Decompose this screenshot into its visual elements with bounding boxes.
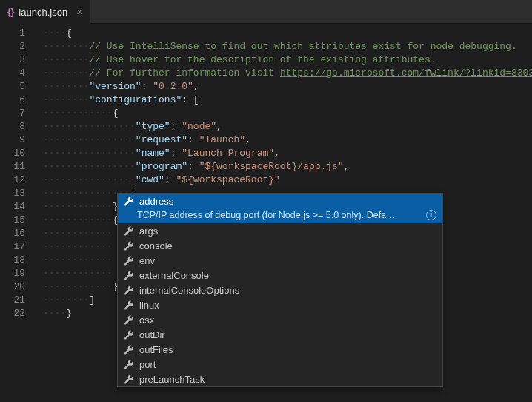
line-number: 13 [0,187,36,200]
line-number: 21 [0,294,36,307]
code-line[interactable]: 7············{ [0,107,532,120]
code-content[interactable]: ············{ [36,214,118,227]
line-number: 9 [0,134,36,147]
code-content[interactable]: ············}, [36,200,124,214]
suggest-item-internalConsoleOptions[interactable]: internalConsoleOptions [118,283,442,297]
code-content[interactable]: ········// Use hover for the description… [36,53,436,67]
tab-launch-json[interactable]: {} launch.json × [0,0,90,24]
code-content[interactable]: ········// Use IntelliSense to find out … [36,40,517,53]
suggest-item-label: env [139,255,155,266]
code-content[interactable]: ········] [36,294,95,307]
code-content[interactable]: ····{ [36,27,72,40]
code-line[interactable]: 3········// Use hover for the descriptio… [0,53,532,67]
suggest-item-label: outDir [139,329,165,340]
suggest-item-label: internalConsoleOptions [139,285,239,296]
suggest-item-label: args [139,225,158,237]
suggest-doc-text: TCP/IP address of debug port (for Node.j… [137,210,396,220]
wrench-icon [124,330,133,340]
line-number: 3 [0,53,36,67]
wrench-icon [124,300,133,310]
line-number: 10 [0,147,36,160]
code-content[interactable]: ············ [36,254,113,267]
suggest-item-label: outFiles [139,344,173,355]
code-line[interactable]: 12················"cwd": "${workspaceRoo… [0,174,532,187]
suggest-item-address[interactable]: address [118,194,442,208]
suggest-item-label: port [139,359,156,370]
code-content[interactable]: ················"program": "${workspaceR… [36,160,350,174]
line-number: 11 [0,160,36,174]
line-number: 19 [0,267,36,280]
code-line[interactable]: 8················"type": "node", [0,120,532,134]
code-content[interactable]: ········"configurations": [ [36,93,199,107]
json-file-icon: {} [7,7,14,17]
code-content[interactable]: ················"cwd": "${workspaceRoot}… [36,174,280,187]
suggest-item-label: address [139,196,173,207]
suggest-item-externalConsole[interactable]: externalConsole [118,268,442,283]
code-content[interactable]: ················"type": "node", [36,120,222,134]
line-number: 6 [0,93,36,107]
code-line[interactable]: 6········"configurations": [ [0,93,532,107]
code-content[interactable]: ················"name": "Launch Program"… [36,147,280,160]
wrench-icon [124,241,133,251]
line-number: 12 [0,174,36,187]
suggest-doc: TCP/IP address of debug port (for Node.j… [118,208,442,223]
suggest-item-label: preLaunchTask [139,374,205,385]
line-number: 1 [0,27,36,40]
wrench-icon [124,197,133,206]
code-content[interactable]: ············} [36,280,118,294]
line-number: 5 [0,80,36,93]
code-content[interactable]: ············{ [36,107,118,120]
line-number: 16 [0,227,36,240]
wrench-icon [124,286,133,295]
line-number: 22 [0,307,36,320]
suggest-item-osx[interactable]: osx [118,312,442,327]
suggest-item-label: console [139,240,173,251]
line-number: 7 [0,107,36,120]
line-number: 2 [0,40,36,53]
code-line[interactable]: 4········// For further information visi… [0,67,532,80]
suggest-item-label: osx [139,314,154,326]
suggest-item-outDir[interactable]: outDir [118,327,442,342]
wrench-icon [124,345,133,355]
tab-bar: {} launch.json × [0,0,532,24]
suggest-item-label: linux [139,300,159,311]
line-number: 20 [0,280,36,294]
tab-bar-empty [90,0,532,24]
code-content[interactable]: ····} [36,307,72,320]
suggest-item-outFiles[interactable]: outFiles [118,342,442,357]
code-line[interactable]: 9················"request": "launch", [0,134,532,147]
wrench-icon [124,256,133,266]
suggest-item-args[interactable]: args [118,223,442,238]
code-content[interactable]: ········// For further information visit… [36,67,532,80]
code-line[interactable]: 5········"version": "0.2.0", [0,80,532,93]
suggest-item-console[interactable]: console [118,238,442,253]
wrench-icon [124,375,133,384]
close-icon[interactable]: × [76,6,82,18]
tab-filename: launch.json [19,7,67,18]
suggest-item-preLaunchTask[interactable]: preLaunchTask [118,372,442,386]
line-number: 14 [0,200,36,214]
line-number: 4 [0,67,36,80]
wrench-icon [124,226,133,236]
code-content[interactable]: ················"request": "launch", [36,134,251,147]
line-number: 17 [0,240,36,254]
intellisense-popup[interactable]: addressTCP/IP address of debug port (for… [117,193,443,387]
suggest-item-env[interactable]: env [118,253,442,268]
wrench-icon [124,360,133,369]
wrench-icon [124,315,133,325]
suggest-item-linux[interactable]: linux [118,297,442,312]
line-number: 18 [0,254,36,267]
suggest-item-port[interactable]: port [118,357,442,372]
wrench-icon [124,271,133,280]
code-line[interactable]: 1····{ [0,27,532,40]
info-icon[interactable]: i [426,210,436,220]
suggest-item-label: externalConsole [139,270,209,281]
code-line[interactable]: 11················"program": "${workspac… [0,160,532,174]
code-content[interactable]: ············ [36,227,113,240]
code-line[interactable]: 10················"name": "Launch Progra… [0,147,532,160]
code-content[interactable]: ············ [36,267,113,280]
code-line[interactable]: 2········// Use IntelliSense to find out… [0,40,532,53]
line-number: 8 [0,120,36,134]
code-content[interactable]: ········"version": "0.2.0", [36,80,199,93]
code-content[interactable]: ············ [36,240,113,254]
